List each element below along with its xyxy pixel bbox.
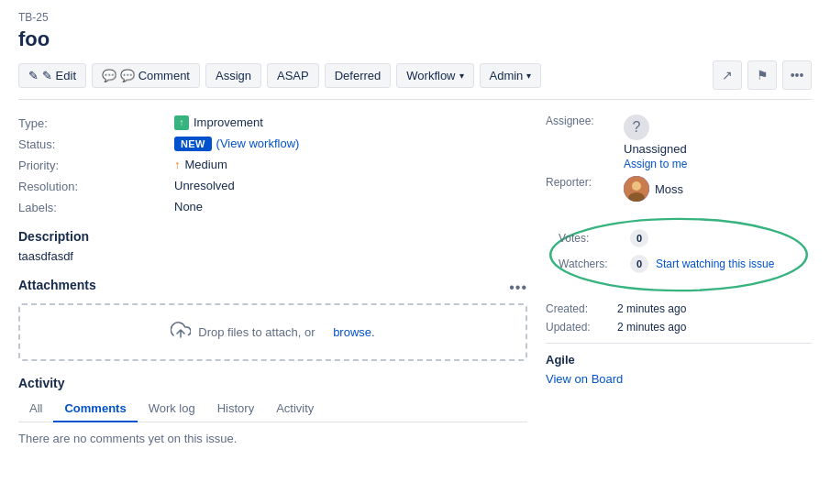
reporter-area: Moss [624, 176, 683, 202]
agile-title: Agile [546, 353, 812, 367]
assignee-label: Assignee: [546, 115, 614, 127]
sidebar-panel: Assignee: ? Unassigned Assign to me Repo… [546, 115, 812, 445]
asap-label: ASAP [277, 69, 309, 82]
tab-comments[interactable]: Comments [53, 396, 137, 422]
description-text: taasdfasdf [18, 249, 527, 263]
drop-text: Drop files to attach, or [198, 325, 315, 339]
created-row: Created: 2 minutes ago [546, 302, 812, 315]
unassigned-avatar: ? [624, 115, 649, 140]
votes-row: Votes: 0 [559, 229, 795, 247]
type-value: ↑ Improvement [174, 115, 527, 130]
votes-label: Votes: [559, 232, 623, 245]
toolbar: ✎ ✎ Edit 💬 💬 Comment Assign ASAP Deferre… [18, 60, 812, 100]
browse-link[interactable]: browse. [333, 325, 375, 339]
meta-grid: Type: ↑ Improvement Status: NEW (View wo… [18, 115, 527, 214]
chevron-down-icon: ▾ [459, 71, 464, 81]
updated-label: Updated: [546, 321, 610, 334]
deferred-button[interactable]: Deferred [325, 63, 392, 88]
share-button[interactable]: ↗ [713, 60, 742, 90]
priority-label: Priority: [18, 157, 165, 172]
more-icon: ••• [791, 68, 804, 82]
attachments-section: Attachments ••• Drop files to attach, or… [18, 278, 527, 361]
share-icon: ↗ [722, 68, 733, 82]
watchers-row: Watchers: 0 Start watching this issue [559, 255, 795, 273]
activity-tabs: All Comments Work log History Activity [18, 396, 527, 422]
improvement-icon: ↑ [174, 115, 189, 130]
feedback-button[interactable]: ⚑ [747, 60, 777, 90]
activity-section: Activity All Comments Work log History A… [18, 376, 527, 445]
tab-worklog[interactable]: Work log [138, 396, 206, 422]
priority-icon: ↑ [174, 158, 181, 171]
assignee-area: ? Unassigned Assign to me [624, 115, 687, 170]
edit-button[interactable]: ✎ ✎ Edit [18, 63, 86, 88]
tab-activity[interactable]: Activity [265, 396, 325, 422]
workflow-button[interactable]: Workflow ▾ [396, 63, 473, 88]
view-on-board-link[interactable]: View on Board [546, 372, 623, 386]
assignee-value: Unassigned [624, 142, 687, 156]
admin-label: Admin [490, 69, 524, 82]
reporter-name: Moss [655, 182, 683, 196]
page-title: foo [18, 27, 812, 51]
votes-count: 0 [630, 229, 648, 247]
tab-all[interactable]: All [18, 396, 53, 422]
type-label: Type: [18, 115, 165, 130]
breadcrumb: TB-25 [18, 11, 812, 24]
no-comments-text: There are no comments yet on this issue. [18, 432, 527, 445]
more-button[interactable]: ••• [782, 60, 812, 90]
created-value: 2 minutes ago [617, 302, 686, 315]
status-badge: NEW [174, 137, 212, 151]
resolution-value: Unresolved [174, 178, 527, 193]
reporter-row: Reporter: Moss [546, 176, 812, 202]
assignee-row: Assignee: ? Unassigned Assign to me [546, 115, 812, 170]
drop-zone[interactable]: Drop files to attach, or browse. [18, 303, 527, 361]
assign-to-me-link[interactable]: Assign to me [624, 158, 687, 170]
updated-value: 2 minutes ago [617, 321, 686, 334]
watch-link[interactable]: Start watching this issue [656, 257, 774, 270]
toolbar-right: ↗ ⚑ ••• [713, 60, 812, 90]
asap-button[interactable]: ASAP [267, 63, 319, 88]
admin-button[interactable]: Admin ▾ [480, 63, 542, 88]
reporter-label: Reporter: [546, 176, 614, 189]
edit-icon: ✎ [28, 69, 39, 82]
priority-value: ↑ Medium [174, 157, 527, 172]
deferred-label: Deferred [335, 69, 382, 82]
content: Type: ↑ Improvement Status: NEW (View wo… [18, 115, 812, 445]
resolution-label: Resolution: [18, 178, 165, 193]
watchers-count: 0 [630, 255, 648, 273]
main-panel: Type: ↑ Improvement Status: NEW (View wo… [18, 115, 527, 445]
labels-value: None [174, 199, 527, 214]
labels-label: Labels: [18, 199, 165, 214]
status-label: Status: [18, 136, 165, 151]
watchers-label: Watchers: [559, 257, 623, 270]
upload-icon [171, 322, 191, 343]
workflow-label: Workflow [406, 69, 455, 82]
attachments-title: Attachments [18, 278, 96, 292]
activity-title: Activity [18, 376, 527, 390]
comment-button[interactable]: 💬 💬 Comment [92, 63, 200, 88]
assign-label: Assign [216, 69, 251, 82]
status-value: NEW (View workflow) [174, 136, 527, 151]
tab-history[interactable]: History [206, 396, 265, 422]
created-label: Created: [546, 302, 610, 315]
comment-icon: 💬 [102, 69, 116, 82]
votes-watchers-container: Votes: 0 Watchers: 0 Start watching this… [546, 216, 812, 293]
feedback-icon: ⚑ [757, 68, 769, 82]
agile-section: Agile View on Board [546, 343, 812, 386]
description-title: Description [18, 229, 527, 244]
svg-point-1 [632, 181, 641, 191]
attachments-header: Attachments ••• [18, 278, 527, 298]
chevron-down-icon-admin: ▾ [526, 71, 531, 81]
view-workflow-link[interactable]: (View workflow) [216, 137, 300, 150]
assign-button[interactable]: Assign [205, 63, 261, 88]
updated-row: Updated: 2 minutes ago [546, 321, 812, 334]
attachments-more-button[interactable]: ••• [509, 279, 527, 296]
reporter-avatar [624, 176, 649, 202]
